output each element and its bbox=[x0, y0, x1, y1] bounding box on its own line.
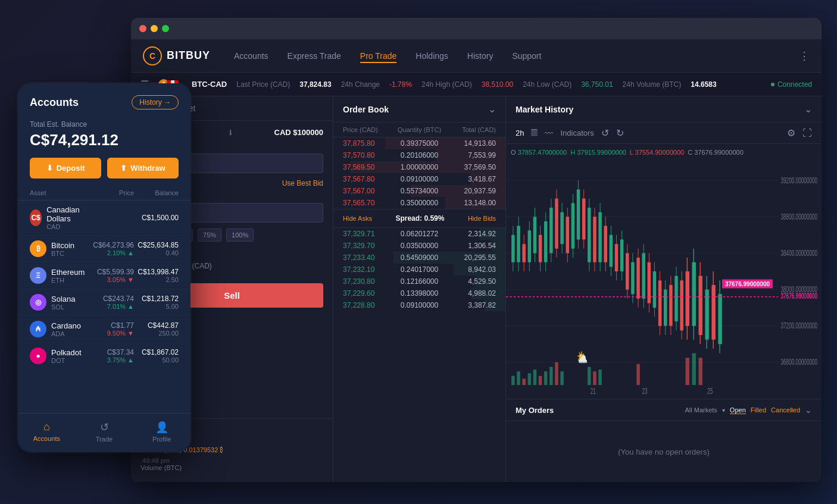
asset-row-cad[interactable]: C$ Canadian Dollars CAD C$1,500.00 bbox=[18, 201, 190, 236]
ob-ask-row[interactable]: 37,565.70 0.35000000 13,148.00 bbox=[333, 197, 505, 209]
svg-rect-88 bbox=[544, 371, 547, 385]
asset-row-eth[interactable]: Ξ Ethereum ETH C$5,599.39 3.05% ▼ C$13,9… bbox=[18, 262, 190, 289]
ohlc-l: L 37554.90000000 bbox=[630, 149, 684, 156]
browser-dot-green bbox=[162, 25, 169, 32]
asset-row-dot[interactable]: ● Polkadot DOT C$37.34 3.75% ▲ C$1,867.0… bbox=[18, 343, 190, 370]
mobile-withdraw-button[interactable]: ⬆ Withdraw bbox=[107, 158, 179, 179]
ob-col-total: Total (CAD) bbox=[445, 126, 496, 133]
ob-bid-row[interactable]: 37,329.70 0.03500000 1,306.54 bbox=[333, 240, 505, 252]
pct-75-btn[interactable]: 75% bbox=[198, 228, 221, 242]
svg-rect-96 bbox=[686, 358, 689, 385]
asset-row-sol[interactable]: ◎ Solana SOL C$243.74 7.01% ▲ C$1,218.72… bbox=[18, 289, 190, 316]
hide-bids-btn[interactable]: Hide Bids bbox=[468, 215, 496, 222]
ohlc-o: O 37857.47000000 bbox=[511, 149, 567, 156]
svg-text:38400.00000000: 38400.00000000 bbox=[780, 249, 817, 258]
chart-header: Market History ⌄ bbox=[506, 96, 822, 123]
svg-text:23: 23 bbox=[642, 387, 647, 396]
undo-icon[interactable]: ↺ bbox=[601, 127, 609, 139]
nav-holdings[interactable]: Holdings bbox=[416, 49, 448, 63]
ticker-last-price: 37,824.83 bbox=[299, 80, 331, 89]
svg-rect-86 bbox=[533, 370, 536, 385]
ticker-high-label: 24h High (CAD) bbox=[421, 80, 472, 89]
spread-value: Spread: 0.59% bbox=[395, 214, 444, 223]
mobile-nav-profile[interactable]: 👤 Profile bbox=[133, 421, 190, 443]
filter-filled[interactable]: Filled bbox=[751, 406, 766, 414]
nav-more-icon[interactable]: ⋮ bbox=[799, 49, 810, 62]
chart-title: Market History bbox=[516, 105, 573, 114]
ob-bid-row[interactable]: 37,228.80 0.09100000 3,387.82 bbox=[333, 299, 505, 311]
btc-price: C$64,273.96 bbox=[89, 241, 134, 249]
svg-rect-92 bbox=[588, 367, 591, 386]
ob-bid-row[interactable]: 37,230.80 0.12166000 4,529.50 bbox=[333, 276, 505, 287]
fullscreen-icon[interactable]: ⛶ bbox=[802, 128, 812, 139]
nav-express-trade[interactable]: Express Trade bbox=[288, 49, 341, 63]
ob-ask-row[interactable]: 37,567.80 0.09100000 3,418.67 bbox=[333, 173, 505, 185]
nav-history[interactable]: History bbox=[467, 49, 494, 63]
chart-chevron-icon[interactable]: ⌄ bbox=[804, 104, 812, 115]
mobile-deposit-button[interactable]: ⬇ Deposit bbox=[30, 158, 101, 179]
nav-accounts[interactable]: Accounts bbox=[234, 49, 268, 63]
cad-icon: C$ bbox=[30, 209, 42, 226]
mobile-balance-label: Total Est. Balance bbox=[30, 120, 179, 129]
purchase-limit-value: CAD $100000 bbox=[274, 128, 323, 137]
filter-cancelled[interactable]: Cancelled bbox=[771, 406, 800, 414]
mobile-nav-trade[interactable]: ↺ Trade bbox=[76, 421, 133, 443]
asset-row-btc[interactable]: ₿ Bitcoin BTC C$64,273.96 2.10% ▲ C$25,6… bbox=[18, 236, 190, 262]
trade-nav-label: Trade bbox=[96, 436, 113, 443]
filter-open[interactable]: Open bbox=[730, 406, 746, 414]
ada-icon: ₳ bbox=[30, 321, 46, 337]
hide-asks-btn[interactable]: Hide Asks bbox=[343, 215, 372, 222]
chart-line-icon[interactable]: 〰 bbox=[545, 129, 553, 138]
ob-ask-row[interactable]: 37,875.80 0.39375000 14,913.60 bbox=[333, 137, 505, 149]
ohlc-c: C 37676.99000000 bbox=[688, 149, 744, 156]
order-book-title: Order Book bbox=[343, 105, 389, 114]
trade-nav-icon: ↺ bbox=[100, 421, 109, 434]
spread-row: Hide Asks Spread: 0.59% Hide Bids bbox=[333, 209, 505, 228]
ob-bid-row[interactable]: 37,232.10 0.24017000 8,942.03 bbox=[333, 264, 505, 276]
settings-icon[interactable]: ⚙ bbox=[787, 127, 795, 139]
ob-ask-row[interactable]: 37,567.00 0.55734000 20,937.59 bbox=[333, 185, 505, 197]
ticker-change-value: -1.78% bbox=[389, 80, 412, 89]
svg-text:37676.99000000: 37676.99000000 bbox=[780, 292, 817, 300]
ob-ask-row[interactable]: 37,570.80 0.20106000 7,553.99 bbox=[333, 149, 505, 161]
chart-timeframe[interactable]: 2h bbox=[516, 129, 524, 137]
logo-area: C BITBUY bbox=[143, 46, 210, 65]
cad-name: Canadian Dollars bbox=[46, 205, 89, 223]
asset-row-ada[interactable]: ₳ Cardano ADA C$1.77 9.50% ▼ C$442.87 25… bbox=[18, 316, 190, 343]
ticker-low-value: 36,750.01 bbox=[581, 80, 613, 89]
btc-change: 2.10% ▲ bbox=[89, 249, 134, 256]
mobile-nav-accounts[interactable]: ⌂ Accounts bbox=[18, 421, 76, 443]
indicators-button[interactable]: Indicators bbox=[560, 129, 594, 137]
connected-dot-icon bbox=[771, 83, 774, 86]
withdraw-icon: ⬆ bbox=[120, 164, 127, 173]
svg-rect-93 bbox=[593, 371, 596, 385]
chart-type-icon[interactable]: 𝄜 bbox=[531, 128, 538, 139]
ob-bid-row[interactable]: 37,233.40 0.54509000 20,295.55 bbox=[333, 252, 505, 264]
redo-icon[interactable]: ↻ bbox=[616, 127, 624, 139]
orders-chevron-icon[interactable]: ⌄ bbox=[805, 405, 812, 415]
eth-balance: C$13,998.47 bbox=[134, 268, 179, 276]
svg-text:⛅: ⛅ bbox=[577, 349, 588, 366]
pct-100-btn[interactable]: 100% bbox=[226, 228, 254, 242]
info-icon: ℹ bbox=[229, 129, 232, 137]
ticker-pair[interactable]: BTC-CAD bbox=[192, 80, 227, 89]
ticker-last-label: Last Price (CAD) bbox=[236, 80, 290, 89]
ob-ask-row[interactable]: 37,569.50 1.00000000 37,569.50 bbox=[333, 161, 505, 173]
deposit-label: Deposit bbox=[57, 164, 85, 173]
col-balance-label: Balance bbox=[134, 189, 179, 196]
nav-pro-trade[interactable]: Pro Trade bbox=[360, 49, 396, 63]
ob-bid-row[interactable]: 37,229.60 0.13398000 4,988.02 bbox=[333, 287, 505, 299]
sol-name: Solana bbox=[51, 295, 75, 303]
ticker-vol-value: 14.6583 bbox=[691, 80, 716, 89]
eth-qty: 2.50 bbox=[134, 276, 179, 283]
all-markets-label[interactable]: All Markets bbox=[685, 406, 717, 414]
eth-change: 3.05% ▼ bbox=[89, 276, 134, 283]
current-price-label: 37676.99000000 bbox=[722, 280, 773, 289]
chart-area: O 37857.47000000 H 37915.99000000 L 3755… bbox=[506, 144, 822, 399]
order-book-chevron-icon[interactable]: ⌄ bbox=[488, 104, 496, 115]
ob-bid-row[interactable]: 37,329.71 0.06201272 2,314.92 bbox=[333, 228, 505, 240]
nav-support[interactable]: Support bbox=[512, 49, 541, 63]
sol-price: C$243.74 bbox=[89, 295, 134, 303]
mobile-history-button[interactable]: History → bbox=[132, 95, 179, 109]
mobile-overlay: Accounts History → Total Est. Balance C$… bbox=[18, 83, 190, 452]
